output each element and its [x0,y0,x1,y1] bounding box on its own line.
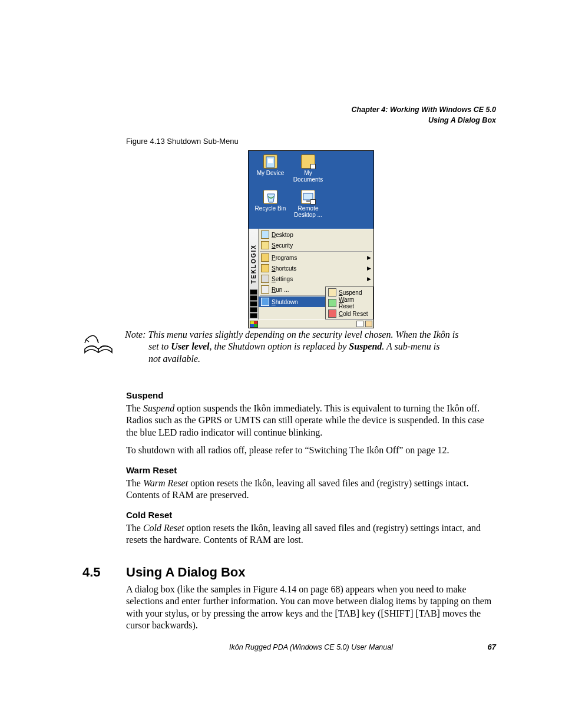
note-strong: User level [171,341,209,351]
header-chapter: Chapter 4: Working With Windows CE 5.0 [352,105,496,116]
paragraph: The Warm Reset option resets the Ikôn, l… [126,477,496,502]
menu-item-label: Run ... [272,286,289,293]
note-text: Note: This menu varies slightly dependin… [125,329,459,365]
menu-item-settings[interactable]: Settings ▶ [259,274,373,284]
cold-reset-icon [328,309,336,318]
folder-icon [261,264,269,272]
menu-item-label: Settings [272,276,293,282]
menu-item-security[interactable]: Security [259,240,373,251]
paragraph: The Cold Reset option resets the Ikôn, l… [126,522,496,546]
desktop-icon-recycle-bin[interactable]: Recycle Bin [252,190,289,212]
recycle-icon [263,190,277,204]
folder-icon [301,154,315,169]
menu-item-programs[interactable]: Programs ▶ [259,252,373,263]
menu-item-label: Shutdown [272,299,297,305]
ce-taskbar [249,319,373,328]
tray-icon[interactable] [356,321,363,327]
menu-item-label: Security [272,242,293,249]
submenu-item-cold-reset[interactable]: Cold Reset [326,308,373,319]
submenu-item-label: Cold Reset [339,311,368,317]
heading-cold-reset: Cold Reset [126,510,496,520]
submenu-item-label: Suspend [339,289,362,296]
desktop-icon-label: My Device [252,170,289,176]
submenu-item-label: Warm Reset [339,297,371,309]
heading-warm-reset: Warm Reset [126,465,496,475]
desktop-icon-my-documents[interactable]: My Documents [290,154,326,183]
desktop-icon [261,230,269,239]
paragraph: To shutdown with all radios off, please … [126,444,496,456]
section-title: Using A Dialog Box [126,565,246,580]
svg-rect-1 [268,159,273,163]
section-body: A dialog box (like the samples in Figure… [126,584,496,638]
submenu-item-warm-reset[interactable]: Warm Reset [326,298,373,308]
ce-desktop: My Device My Documents Recycle Bin [249,151,373,229]
section-number: 4.5 [82,565,126,580]
warm-reset-icon [328,299,336,307]
page: Chapter 4: Working With Windows CE 5.0 U… [0,0,562,728]
desktop-icon-label: Recycle Bin [252,205,289,212]
header-section: Using A Dialog Box [352,116,496,126]
start-button-icon[interactable] [250,321,258,328]
gear-icon [261,275,269,283]
note-line: This menu varies slightly depending on t… [146,330,459,340]
paragraph: The Suspend option suspends the Ikôn imm… [126,403,496,439]
text-italic: Suspend [143,403,174,413]
remote-desktop-icon [301,190,315,204]
running-header: Chapter 4: Working With Windows CE 5.0 U… [352,105,496,126]
sidebar-glyphs [250,289,257,319]
menu-item-desktop[interactable]: Desktop [259,229,373,240]
menu-item-label: Programs [272,255,297,261]
text: The [126,523,143,533]
menu-item-label: Shortcuts [272,265,296,272]
footer-center: Ikôn Rugged PDA (Windows CE 5.0) User Ma… [126,643,496,651]
text-italic: Warm Reset [143,478,188,488]
text-italic: Cold Reset [143,523,184,533]
note-line: . A sub-menu is [382,341,439,351]
menu-separator [260,251,372,252]
text: option suspends the Ikôn immediately. Th… [126,403,484,437]
chevron-right-icon: ▶ [367,255,371,261]
section-heading-row: 4.5 Using A Dialog Box [82,565,496,580]
desktop-icon-label: My Documents [290,170,326,183]
suspend-icon [328,288,336,297]
power-icon [261,298,269,306]
note-line: , the Shutdown option is replaced by [210,341,349,351]
text: The [126,478,143,488]
start-sidebar: TEKLOGIX [249,229,259,319]
desktop-icon-remote-desktop[interactable]: Remote Desktop ... [290,190,326,218]
menu-item-shortcuts[interactable]: Shortcuts ▶ [259,263,373,274]
book-icon [82,329,114,357]
run-icon [261,285,269,294]
desktop-icon-label: Remote Desktop ... [290,205,326,218]
svg-rect-3 [306,200,310,202]
text: The [126,403,143,413]
note-block: Note: This menu varies slightly dependin… [82,329,496,365]
note-line: not available. [125,353,459,365]
paragraph: A dialog box (like the samples in Figure… [126,584,496,632]
chevron-right-icon: ▶ [367,265,371,271]
brand-text: TEKLOGIX [250,244,257,288]
note-strong: Suspend [349,341,382,351]
menu-item-label: Desktop [272,232,293,238]
tray-icon[interactable] [365,321,372,327]
desktop-icon-my-device[interactable]: My Device [252,154,289,176]
note-line: set to [148,341,171,351]
page-number: 67 [488,643,496,651]
device-icon [263,154,277,169]
ce-screenshot: My Device My Documents Recycle Bin [248,150,374,328]
chevron-right-icon: ▶ [367,276,371,282]
heading-suspend: Suspend [126,390,496,400]
lock-icon [261,241,269,249]
folder-icon [261,253,269,262]
screenshot-wrap: My Device My Documents Recycle Bin [126,150,496,328]
note-prefix: Note: [125,330,146,340]
figure-block: Figure 4.13 Shutdown Sub-Menu My Device … [126,137,496,334]
figure-caption: Figure 4.13 Shutdown Sub-Menu [126,137,496,146]
shutdown-submenu: Suspend Warm Reset Cold Reset [325,286,373,319]
sections: Suspend The Suspend option suspends the … [126,382,496,552]
